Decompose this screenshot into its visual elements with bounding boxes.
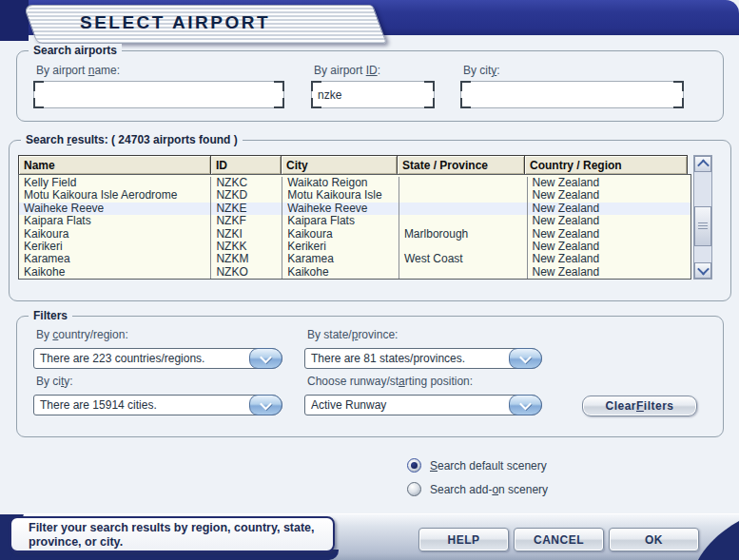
- runway-position-label: Choose runway/starting position:: [307, 375, 473, 388]
- by-airport-name-label: By airport name:: [36, 64, 120, 77]
- bracket-corner: [311, 81, 321, 91]
- results-scrollbar[interactable]: [693, 155, 712, 280]
- dropdown-cap[interactable]: [249, 395, 282, 415]
- bracket-corner: [424, 81, 435, 91]
- filters-group: Filters By country/region: There are 223…: [16, 316, 724, 437]
- cancel-button[interactable]: CANCEL: [514, 528, 604, 551]
- column-header[interactable]: City: [281, 155, 398, 175]
- table-row[interactable]: Kelly FieldNZKCWaikato ReigonNew Zealand: [19, 177, 690, 189]
- bracket-corner: [424, 98, 435, 108]
- table-row[interactable]: Waiheke ReeveNZKEWaiheke ReeveNew Zealan…: [19, 203, 690, 215]
- chevron-down-icon: [260, 397, 272, 410]
- city-dropdown[interactable]: There are 15914 cities.: [33, 395, 282, 415]
- bracket-corner: [460, 98, 471, 108]
- by-city-label: By city:: [463, 64, 500, 77]
- airport-id-input[interactable]: [315, 83, 437, 106]
- clear-filters-button[interactable]: Clear Filters: [582, 396, 697, 416]
- title-bar: SELECT AIRPORT: [0, 0, 739, 44]
- status-text: Filter your search results by region, co…: [29, 521, 327, 550]
- scroll-up-icon: [697, 160, 710, 172]
- bracket-corner: [460, 81, 471, 91]
- filters-legend: Filters: [29, 309, 72, 322]
- state-province-dropdown[interactable]: There are 81 states/provinces.: [304, 348, 542, 369]
- table-row[interactable]: KerikeriNZKKKerikeriNew Zealand: [19, 241, 690, 253]
- help-button[interactable]: HELP: [418, 528, 509, 551]
- page-title: SELECT AIRPORT: [80, 12, 270, 33]
- bracket-corner: [673, 81, 684, 91]
- runway-dropdown[interactable]: Active Runway: [304, 395, 542, 415]
- results-table-header: NameIDCityState / ProvinceCountry / Regi…: [18, 155, 687, 175]
- column-header[interactable]: Country / Region: [524, 155, 688, 175]
- titlebar-corner-block: [0, 0, 29, 41]
- scroll-down-button[interactable]: [694, 262, 711, 279]
- scrollbar-thumb[interactable]: [694, 206, 711, 246]
- by-country-region-label: By country/region:: [36, 328, 128, 341]
- table-row[interactable]: KaikouraNZKIKaikouraMarlboroughNew Zeala…: [19, 228, 690, 241]
- dropdown-cap[interactable]: [509, 348, 542, 369]
- search-results-group: Search results: ( 24703 airports found )…: [9, 140, 731, 301]
- bracket-corner: [274, 81, 284, 91]
- column-header[interactable]: Name: [18, 155, 211, 175]
- search-default-scenery-option[interactable]: Search default scenery: [407, 458, 547, 473]
- table-row[interactable]: KaikoheNZKOKaikoheNew Zealand: [19, 266, 690, 279]
- city-field[interactable]: [460, 81, 684, 108]
- table-row[interactable]: Kaipara FlatsNZKFKaipara FlatsNew Zealan…: [19, 215, 690, 227]
- country-region-dropdown[interactable]: There are 223 countries/regions.: [33, 348, 282, 369]
- bottom-bar: Filter your search results by region, co…: [0, 513, 739, 560]
- ok-button[interactable]: OK: [609, 528, 699, 551]
- bracket-corner: [33, 98, 44, 108]
- radio-dot-icon: [411, 462, 418, 469]
- chevron-down-icon: [260, 351, 272, 363]
- bracket-corner: [274, 98, 284, 108]
- bracket-corner: [33, 81, 44, 91]
- search-addon-scenery-option[interactable]: Search add-on scenery: [407, 482, 548, 496]
- scroll-down-icon: [697, 263, 710, 276]
- search-airports-legend: Search airports: [29, 44, 122, 57]
- chevron-down-icon: [519, 351, 532, 363]
- table-row[interactable]: Motu Kaikoura Isle AerodromeNZKDMotu Kai…: [19, 189, 690, 202]
- radio-button-addon-scenery[interactable]: [407, 482, 421, 496]
- chevron-down-icon: [519, 397, 532, 410]
- filter-by-city-label: By city:: [36, 375, 73, 388]
- dropdown-cap[interactable]: [509, 395, 542, 415]
- dropdown-cap[interactable]: [249, 348, 282, 369]
- column-header[interactable]: ID: [210, 155, 282, 175]
- scrollbar-grip-icon: [698, 222, 708, 230]
- search-airports-group: Search airports By airport name: By airp…: [16, 50, 724, 122]
- country-region-value: There are 223 countries/regions.: [34, 349, 247, 368]
- airport-name-input[interactable]: [37, 83, 286, 106]
- by-state-province-label: By state/province:: [307, 328, 398, 341]
- table-row[interactable]: KarameaNZKMKarameaWest CoastNew Zealand: [19, 253, 690, 265]
- city-dropdown-value: There are 15914 cities.: [34, 396, 247, 415]
- radio-button-default-scenery[interactable]: [407, 458, 421, 473]
- runway-dropdown-value: Active Runway: [305, 396, 507, 415]
- city-input[interactable]: [464, 83, 686, 106]
- search-addon-scenery-label: Search add-on scenery: [430, 483, 548, 496]
- bracket-corner: [311, 98, 321, 108]
- by-airport-id-label: By airport ID:: [314, 64, 380, 77]
- airport-id-field[interactable]: [311, 81, 435, 108]
- status-panel: Filter your search results by region, co…: [10, 516, 335, 552]
- airport-name-field[interactable]: [33, 81, 284, 108]
- search-results-legend: Search results: ( 24703 airports found ): [21, 133, 243, 146]
- column-header[interactable]: State / Province: [397, 155, 525, 175]
- scroll-up-button[interactable]: [694, 156, 711, 172]
- state-province-value: There are 81 states/provinces.: [305, 349, 507, 368]
- search-default-scenery-label: Search default scenery: [430, 459, 547, 473]
- bracket-corner: [673, 98, 684, 108]
- results-table-body: Kelly FieldNZKCWaikato ReigonNew Zealand…: [18, 174, 691, 280]
